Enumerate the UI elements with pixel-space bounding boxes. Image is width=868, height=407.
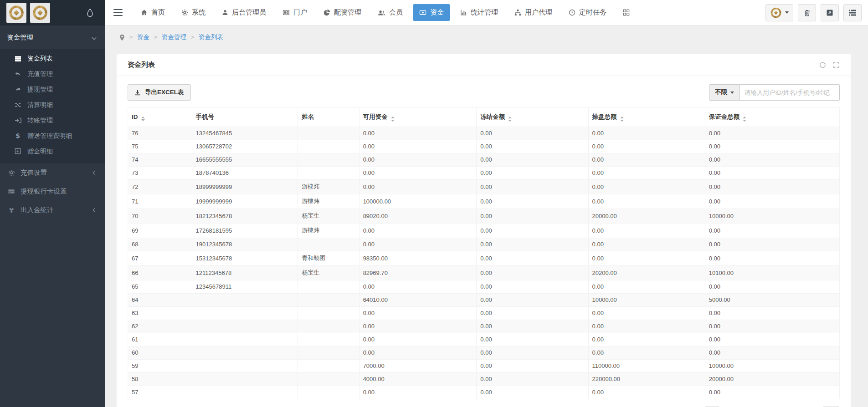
filter-dropdown-button[interactable]: 不限 [709, 84, 740, 101]
home-icon [141, 9, 148, 16]
column-header-id[interactable]: ID [128, 108, 192, 127]
export-excel-button[interactable]: 导出EXCEL表 [128, 84, 191, 101]
table-cell: 0.00 [477, 386, 588, 399]
table-row: 6917268181595游棣炜0.000.000.000.00 [128, 223, 840, 238]
table-cell: 0.00 [705, 386, 839, 399]
table-cell: 0.00 [588, 346, 705, 359]
sidebar-item-recharge-management[interactable]: 充值管理 [0, 66, 105, 81]
breadcrumb-link-funds-management[interactable]: 资金管理 [162, 33, 186, 41]
column-header-margin-total[interactable]: 保证金总额 [705, 108, 839, 127]
shuffle-icon [14, 102, 22, 108]
table-cell: 0.00 [477, 238, 588, 251]
breadcrumb-link-funds[interactable]: 资金 [137, 33, 149, 41]
table-cell: 1878740136 [192, 166, 298, 179]
panel-header: 资金列表 [117, 54, 851, 76]
sidebar-item-withdraw-management[interactable]: 提现管理 [0, 81, 105, 97]
table-cell: 0.00 [588, 333, 705, 346]
sidebar-item-settlement-detail[interactable]: 清算明细 [0, 97, 105, 112]
table-cell: 110000.00 [588, 359, 705, 372]
control-sidebar-button[interactable] [843, 4, 862, 21]
portal-icon [282, 9, 290, 16]
breadcrumb-link-funds-list[interactable]: 资金列表 [199, 33, 223, 41]
table-cell: 0.00 [588, 127, 705, 140]
table-cell: 74 [128, 153, 192, 166]
table-cell [298, 372, 359, 386]
table-cell: 0.00 [588, 153, 705, 166]
table-cell: 0.00 [705, 280, 839, 293]
table-cell: 75 [128, 140, 192, 153]
sidebar-item-label: 清算明细 [27, 101, 53, 109]
table-cell: 10000.00 [588, 293, 705, 306]
table-icon [14, 55, 22, 62]
nav-item-system[interactable]: 系统 [175, 4, 212, 21]
column-header-frozen-amount[interactable]: 冻结金额 [477, 108, 588, 127]
expand-icon[interactable] [833, 61, 840, 68]
sidebar-item-gift-fee-detail[interactable]: $ 赠送管理费明细 [0, 128, 105, 143]
table-cell: 0.00 [359, 223, 477, 238]
sidebar-item-transfer-management[interactable]: 转账管理 [0, 112, 105, 128]
nav-item-portal[interactable]: 门户 [276, 4, 313, 21]
table-row: 597000.000.00110000.0010000.00 [128, 359, 840, 372]
clear-cache-button[interactable] [798, 4, 816, 21]
sidebar-item-bonus-detail[interactable]: 赠金明细 [0, 143, 105, 159]
sidebar-section-funds-management[interactable]: 资金管理 [0, 25, 105, 49]
table-header-row: ID 手机号 姓名 可用资金 冻结金额 操盘总额 保证金总额 [128, 108, 840, 127]
user-icon [222, 9, 228, 16]
nav-item-user-agents[interactable]: 用户代理 [508, 4, 559, 21]
nav-item-apps-grid[interactable] [616, 5, 636, 20]
table-cell [298, 238, 359, 251]
nav-item-allocation-management[interactable]: 配资管理 [317, 4, 368, 21]
table-cell: 0.00 [359, 179, 477, 194]
table-cell: 0.00 [588, 306, 705, 320]
table-cell: 0.00 [588, 179, 705, 194]
column-header-trading-total[interactable]: 操盘总额 [588, 108, 705, 127]
table-cell [298, 386, 359, 399]
users-icon [378, 9, 385, 16]
table-cell: 18999999999 [192, 179, 298, 194]
breadcrumb: > 资金 > 资金管理 > 资金列表 [105, 25, 868, 41]
table-cell: 59 [128, 359, 192, 372]
refresh-icon[interactable] [819, 61, 826, 68]
sidebar-item-recharge-settings[interactable]: 充值设置 [0, 163, 105, 182]
nav-item-home[interactable]: 首页 [134, 4, 171, 21]
table-body: 76132454678450.000.000.000.0075130657287… [128, 127, 840, 399]
table-cell: 20000.00 [705, 372, 839, 386]
nav-item-statistics-management[interactable]: 统计管理 [454, 4, 504, 21]
table-cell: 0.00 [359, 166, 477, 179]
open-frontend-button[interactable] [821, 4, 839, 21]
grid-icon [623, 9, 630, 16]
clock-icon [569, 9, 575, 16]
sidebar-toggle-icon[interactable] [113, 9, 123, 16]
nav-item-members[interactable]: 会员 [371, 4, 409, 21]
user-avatar-dropdown[interactable] [765, 4, 793, 21]
table-row: 75130657287020.000.000.000.00 [128, 140, 840, 153]
table-cell: 60 [128, 346, 192, 359]
table-cell [192, 386, 298, 399]
table-row: 630.000.000.000.00 [128, 306, 840, 320]
sidebar-item-withdraw-bankcard-settings[interactable]: 提现银行卡设置 [0, 182, 105, 201]
table-cell: 66 [128, 265, 192, 280]
search-input[interactable] [740, 84, 840, 101]
nav-item-admins[interactable]: 后台管理员 [216, 4, 272, 21]
table-cell [298, 333, 359, 346]
sidebar-item-label: 赠送管理费明细 [27, 132, 72, 140]
chevron-left-icon [93, 171, 98, 175]
caret-down-icon [730, 92, 734, 94]
table-cell: 0.00 [705, 153, 839, 166]
map-marker-icon [119, 34, 125, 41]
gear-icon [181, 9, 188, 16]
column-header-available-funds[interactable]: 可用资金 [359, 108, 477, 127]
table-cell: 0.00 [705, 127, 839, 140]
nav-item-funds[interactable]: 资金 [413, 4, 450, 21]
table-cell [298, 166, 359, 179]
table-cell: 0.00 [705, 179, 839, 194]
sort-icon [620, 117, 624, 122]
sidebar-item-funds-list[interactable]: 资金列表 [0, 51, 105, 66]
sidebar-item-fund-flow-statistics[interactable]: ¥ 出入金统计 [0, 201, 105, 219]
table-cell: 220000.00 [588, 372, 705, 386]
nav-item-scheduled-tasks[interactable]: 定时任务 [562, 4, 613, 21]
pagination: « 1 2 3 » / 3 页, 共 53 条数据, 每页显示数量 [117, 399, 851, 407]
table-cell: 0.00 [477, 179, 588, 194]
sidebar: 资金管理 资金列表 充值管理 提现管理 清算明细 [0, 0, 105, 407]
column-header-phone: 手机号 [192, 108, 298, 127]
